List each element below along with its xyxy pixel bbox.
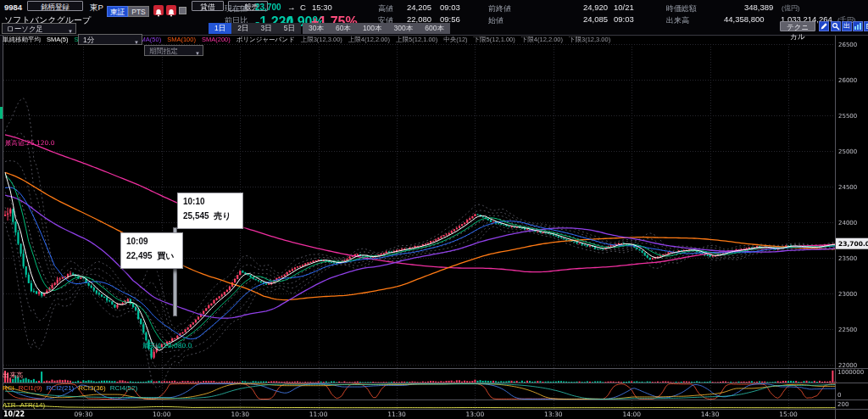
- tab-5day[interactable]: 5日: [278, 23, 301, 34]
- left-edge-strip: [0, 35, 3, 419]
- margin-button[interactable]: 貸借: [192, 1, 224, 11]
- tab-300bars[interactable]: 300本: [388, 23, 420, 34]
- legend-item: 下限3(12,3.00): [569, 36, 610, 44]
- bar-chart-icon[interactable]: [853, 21, 863, 31]
- high-label: 高値: [378, 3, 393, 14]
- market-cap-unit: (億円): [782, 3, 799, 13]
- atr-label: ATR: [3, 401, 15, 409]
- technical-button[interactable]: テクニカル: [780, 21, 815, 31]
- atr-panel-labels: ATR ATR(14): [3, 401, 45, 409]
- volume-panel-label: 出来高: [3, 371, 23, 380]
- legend-item: 上限5(12,1.00): [396, 36, 437, 44]
- tab-30bars[interactable]: 30本: [303, 23, 330, 34]
- current-price-value: 23,700: [255, 3, 281, 12]
- chart-type-select[interactable]: ローソク足: [2, 23, 76, 34]
- legend-item: ボリンジャーバンド: [236, 36, 295, 44]
- current-price-label: 現在値: [225, 3, 248, 14]
- tab-2day[interactable]: 2日: [231, 23, 254, 34]
- tooltip-value: 25,545 売り: [183, 210, 237, 222]
- legend-item: SMA(5): [47, 36, 68, 44]
- trade-marker-tooltip-buy: 10:09 22,495 買い: [120, 232, 183, 269]
- legend-item: 上限4(12,2.00): [348, 36, 390, 44]
- alert-bell-icon[interactable]: [153, 5, 164, 15]
- tab-1day[interactable]: 1日: [209, 23, 231, 34]
- rci-label: RCI4(52): [110, 384, 137, 392]
- interval-select[interactable]: 1分: [78, 34, 142, 45]
- market-segment: 東P: [90, 3, 103, 14]
- period-tabs: 1日 2日 3日 5日 30本 60本 100本 300本 600本: [209, 23, 450, 34]
- rci-label: RCI1(9): [19, 384, 42, 392]
- legend-item: 中央(12): [443, 36, 467, 44]
- close-flag: C: [300, 3, 306, 12]
- prev-close-date: 10/21: [614, 3, 634, 12]
- volume-label: 出来高: [666, 15, 689, 26]
- tooltip-value: 22,495 買い: [126, 250, 177, 262]
- legend-item: 上限3(12,3.00): [301, 36, 342, 44]
- tab-60bars[interactable]: 60本: [330, 23, 357, 34]
- open-label: 始値: [488, 15, 504, 26]
- high-time: 09:03: [440, 3, 460, 12]
- high-value: 24,205: [407, 3, 431, 12]
- prev-close-label: 前終値: [488, 3, 511, 14]
- legend-item: SMA(100): [167, 36, 196, 44]
- atr-label: ATR(14): [19, 401, 45, 409]
- tick-direction-arrow: →: [287, 3, 296, 12]
- auto-toggle-icon[interactable]: 自: [864, 21, 868, 31]
- open-value: 24,085: [583, 14, 608, 24]
- tab-pts[interactable]: PTS: [128, 6, 149, 17]
- tab-600bars[interactable]: 600本: [419, 23, 450, 34]
- volume-toggle-icon[interactable]: 出: [842, 21, 852, 31]
- zoom-magnifier-icon[interactable]: [831, 21, 841, 31]
- current-price-time: 15:30: [312, 3, 332, 12]
- rci-panel-labels: RCI RCI1(9) RCI2(21) RCI3(36) RCI4(52): [3, 384, 137, 392]
- left-edge-marker: [0, 107, 3, 119]
- price-chart-canvas[interactable]: [0, 0, 868, 419]
- rci-label: RCI2(21): [47, 384, 74, 392]
- trade-marker-tooltip-sell: 10:10 25,545 売り: [177, 193, 243, 229]
- draw-pencil-icon[interactable]: [819, 21, 829, 31]
- open-time: 09:03: [614, 14, 634, 24]
- tab-tse[interactable]: 東証: [107, 6, 128, 17]
- tab-100bars[interactable]: 100本: [357, 23, 388, 34]
- tab-3day[interactable]: 3日: [254, 23, 277, 34]
- rci-label: RCI3(36): [78, 384, 105, 392]
- mini-window-icon[interactable]: [179, 7, 186, 14]
- ticker-code: 9984: [4, 3, 22, 12]
- tooltip-time: 10:10: [183, 197, 237, 206]
- legend-item: 下限4(12,2.00): [521, 36, 563, 44]
- chart-window: 9984 銘柄登録 東P 東証 PTS 貸借 一般売 ソフトバンクグループ 現在…: [0, 0, 868, 419]
- prev-close-value: 24,920: [583, 3, 608, 12]
- tooltip-time: 10:09: [126, 237, 177, 246]
- range-select[interactable]: 期間指定: [144, 45, 203, 56]
- header: 9984 銘柄登録 東P 東証 PTS 貸借 一般売 ソフトバンクグループ 現在…: [0, 0, 868, 36]
- register-stock-button[interactable]: 銘柄登録: [27, 1, 83, 11]
- legend-item: 単純移動平均: [3, 36, 41, 44]
- volume-value: 44,358,800: [724, 14, 765, 24]
- rci-label: RCI: [3, 384, 14, 392]
- legend-item: SMA(200): [202, 36, 231, 44]
- market-cap-value: 348,389: [744, 3, 773, 12]
- legend-item: 下限5(12,1.00): [474, 36, 515, 44]
- alert-bell-icon[interactable]: [166, 5, 176, 15]
- market-cap-label: 時価総額: [666, 3, 697, 14]
